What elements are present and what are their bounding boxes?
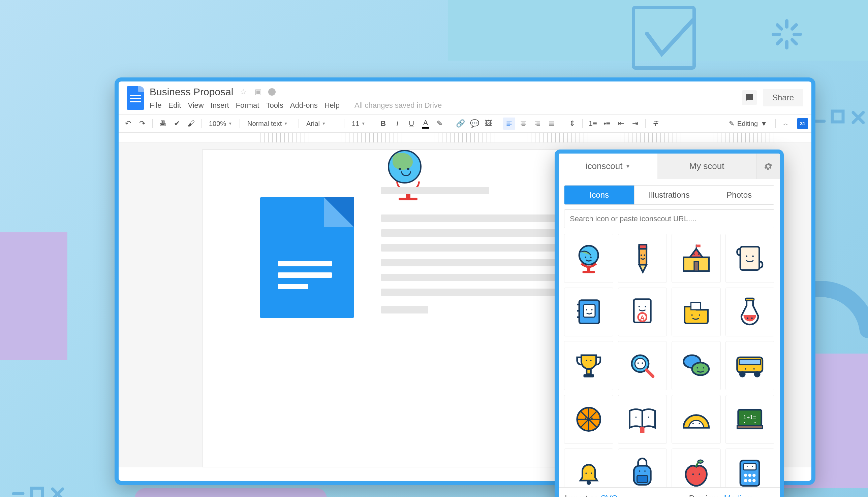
comments-icon[interactable] [742,90,757,105]
svg-rect-47 [691,302,700,310]
svg-rect-52 [746,298,754,301]
increase-indent-icon[interactable]: ⇥ [629,117,641,130]
school-bus-icon[interactable] [726,341,775,390]
spellcheck-icon[interactable]: ✔ [171,117,183,130]
bold-icon[interactable]: B [377,117,389,130]
style-select[interactable]: Normal text▼ [244,120,294,128]
exam-paper-icon[interactable]: A [618,287,667,337]
backpack-icon[interactable] [618,449,667,487]
align-center-icon[interactable] [517,117,529,130]
align-left-icon[interactable] [503,117,515,130]
svg-rect-75 [640,427,645,433]
chat-bubbles-icon[interactable] [672,341,721,390]
scroll-certificate-icon[interactable] [726,234,775,283]
svg-line-59 [647,370,653,376]
tab-my-scout[interactable]: My scout [657,154,756,179]
comment-insert-icon[interactable]: 💬 [468,117,481,130]
svg-point-71 [754,368,755,369]
svg-point-48 [691,314,692,316]
svg-rect-27 [694,261,698,271]
svg-rect-11 [832,111,843,122]
numbered-list-icon[interactable]: 1≡ [587,117,599,130]
editing-mode-select[interactable]: ✎ Editing ▼ [725,118,771,129]
underline-icon[interactable]: U [405,117,417,130]
resize-grip-icon[interactable] [766,495,774,497]
clear-format-icon[interactable]: T [650,117,662,130]
decrease-indent-icon[interactable]: ⇤ [615,117,627,130]
move-folder-icon[interactable]: ▣ [253,87,263,97]
collapse-toolbar-icon[interactable]: ︿ [780,117,792,130]
doc-title[interactable]: Business Proposal [150,86,233,98]
bell-icon[interactable] [564,449,613,487]
svg-point-100 [744,479,747,482]
paint-format-icon[interactable]: 🖌 [185,117,197,130]
preview-label: Preview [689,494,718,497]
font-select[interactable]: Arial▼ [303,120,340,128]
tab-illustrations[interactable]: Illustrations [634,186,705,204]
school-building-icon[interactable] [672,234,721,283]
apple-icon[interactable] [672,449,721,487]
svg-point-60 [637,362,639,364]
share-button[interactable]: Share [763,89,803,106]
svg-rect-89 [637,475,648,483]
redo-icon[interactable]: ↷ [136,117,148,130]
svg-point-77 [648,416,649,418]
bulleted-list-icon[interactable]: •≡ [601,117,613,130]
calendar-sidebar-icon[interactable]: 31 [797,118,808,129]
magnifier-icon[interactable] [618,341,667,390]
highlight-icon[interactable]: ✎ [434,117,446,130]
tab-icons[interactable]: Icons [564,186,634,204]
font-size-select[interactable]: 11▼ [348,120,369,128]
link-icon[interactable]: 🔗 [454,117,466,130]
calculator-icon[interactable] [726,449,775,487]
panel-footer: Import as SVG ▼ Preview Medium ▼ [559,487,780,497]
undo-icon[interactable]: ↶ [122,117,134,130]
basketball-icon[interactable] [564,395,613,444]
menu-insert[interactable]: Insert [211,101,229,110]
preview-size-select[interactable]: Medium ▼ [724,494,759,497]
panel-top-tabs: iconscout▼ My scout [559,154,780,179]
notebook-icon[interactable] [564,287,613,337]
italic-icon[interactable]: I [391,117,403,130]
zoom-select[interactable]: 100%▼ [206,120,236,128]
tab-iconscout[interactable]: iconscout▼ [559,154,657,179]
docs-header: Business Proposal ☆ ▣ File Edit View Ins… [119,82,811,110]
svg-rect-21 [582,271,595,273]
ruler[interactable] [119,133,811,143]
trophy-icon[interactable] [564,341,613,390]
flask-icon[interactable] [726,287,775,337]
menu-edit[interactable]: Edit [168,101,181,110]
menu-view[interactable]: View [188,101,204,110]
globe-earth-icon[interactable] [564,234,613,283]
chalkboard-icon[interactable]: 1+1= [726,395,775,444]
protractor-icon[interactable] [672,395,721,444]
menu-help[interactable]: Help [325,101,340,110]
svg-point-68 [739,371,746,377]
tab-photos[interactable]: Photos [704,186,774,204]
menu-addons[interactable]: Add-ons [290,101,318,110]
docs-logo-icon[interactable] [127,86,144,110]
menu-tools[interactable]: Tools [266,101,283,110]
cloud-status-icon[interactable] [268,88,276,96]
star-icon[interactable]: ☆ [238,87,248,97]
align-justify-icon[interactable] [546,117,558,130]
svg-point-30 [693,253,695,255]
print-icon[interactable]: 🖶 [157,117,169,130]
svg-point-61 [642,362,643,364]
menu-file[interactable]: File [150,101,161,110]
pencil-icon[interactable] [618,234,667,283]
svg-rect-67 [739,359,760,365]
svg-point-84 [755,422,756,423]
import-format-select[interactable]: SVG ▼ [601,494,625,497]
folder-icon[interactable] [672,287,721,337]
search-input[interactable] [564,210,774,228]
open-book-icon[interactable] [618,395,667,444]
line-spacing-icon[interactable]: ⇕ [566,117,578,130]
image-icon[interactable]: 🖼 [483,117,495,130]
text-color-icon[interactable]: A [419,117,432,130]
menu-format[interactable]: Format [236,101,260,110]
svg-point-33 [746,255,747,257]
settings-gear-icon[interactable] [756,154,780,179]
svg-point-25 [644,254,645,256]
align-right-icon[interactable] [532,117,543,130]
